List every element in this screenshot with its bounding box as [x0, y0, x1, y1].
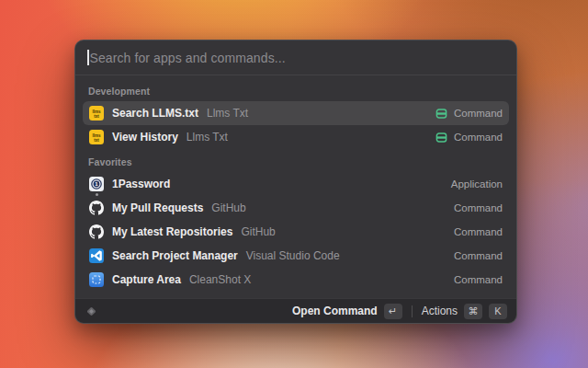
item-subtitle: Llms Txt	[187, 131, 228, 144]
item-title: My Pull Requests	[112, 201, 203, 214]
item-type-label: Command	[454, 202, 503, 213]
list-item-1password[interactable]: 1 1Password Application	[83, 172, 509, 196]
item-title: Search LLMS.txt	[112, 107, 198, 120]
return-key-badge[interactable]: ↵	[384, 304, 402, 319]
item-type-label: Command	[454, 108, 503, 119]
item-subtitle: GitHub	[241, 225, 275, 238]
item-type-label: Command	[454, 132, 503, 143]
footer-separator	[412, 305, 413, 317]
cleanshot-icon	[89, 272, 104, 287]
github-icon	[89, 201, 104, 215]
list-item-my-latest-repositories[interactable]: My Latest Repositories GitHub Command	[83, 220, 509, 244]
item-type-label: Application	[451, 178, 503, 190]
list-item-my-pull-requests[interactable]: My Pull Requests GitHub Command	[83, 196, 509, 220]
item-type-label: Command	[454, 250, 503, 261]
item-subtitle: Visual Studio Code	[246, 249, 340, 262]
raycast-logo-icon	[85, 305, 98, 318]
list-item-view-history[interactable]: llmstxt View History Llms Txt Command	[83, 125, 509, 149]
search-input[interactable]: Search for apps and commands...	[90, 51, 286, 65]
item-type-label: Command	[454, 274, 503, 285]
command-icon	[435, 108, 447, 120]
list-item-search-llms[interactable]: llmstxt Search LLMS.txt Llms Txt Command	[83, 101, 509, 125]
command-icon	[435, 132, 447, 144]
cmd-key-badge[interactable]: ⌘	[464, 304, 482, 319]
open-command-button[interactable]: Open Command	[292, 305, 378, 317]
llms-txt-icon: llmstxt	[89, 106, 104, 121]
llms-txt-icon: llmstxt	[89, 130, 104, 144]
github-icon	[89, 224, 104, 239]
text-caret	[87, 50, 89, 65]
actions-button[interactable]: Actions	[422, 305, 458, 317]
item-title: My Latest Repositories	[112, 225, 232, 238]
list-item-search-project-manager[interactable]: Search Project Manager Visual Studio Cod…	[83, 244, 509, 268]
item-subtitle: CleanShot X	[189, 273, 251, 286]
svg-text:txt: txt	[94, 114, 99, 119]
k-key-badge[interactable]: K	[489, 304, 507, 319]
footer-bar: Open Command ↵ Actions ⌘ K	[75, 298, 516, 323]
list-item-capture-area[interactable]: Capture Area CleanShot X Command	[83, 268, 509, 292]
1password-icon: 1	[89, 177, 104, 191]
vscode-icon	[89, 248, 104, 263]
svg-text:txt: txt	[94, 138, 99, 143]
search-bar[interactable]: Search for apps and commands...	[75, 40, 516, 75]
item-title: Search Project Manager	[112, 249, 238, 262]
item-subtitle: GitHub	[211, 201, 245, 214]
launcher-window: Search for apps and commands... Developm…	[74, 40, 517, 324]
section-header-development: Development	[88, 86, 503, 97]
item-title: 1Password	[112, 178, 170, 190]
item-title: View History	[112, 131, 178, 144]
item-subtitle: Llms Txt	[207, 107, 248, 120]
item-type-label: Command	[454, 226, 503, 237]
running-indicator-dot	[96, 193, 98, 196]
item-title: Capture Area	[112, 273, 181, 286]
section-header-favorites: Favorites	[88, 156, 503, 167]
results-list: Development llmstxt Search LLMS.txt Llms…	[75, 75, 516, 298]
